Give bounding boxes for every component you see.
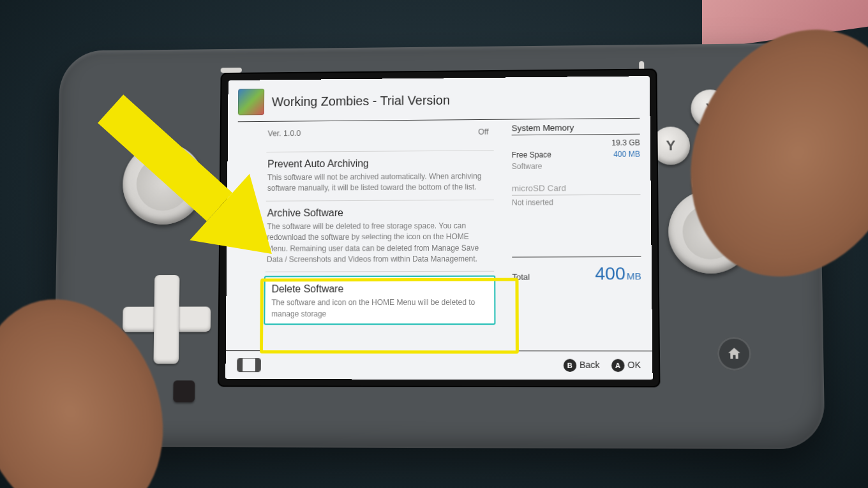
section-title: Archive Software	[267, 207, 493, 219]
system-memory-total: 19.3 GB	[512, 137, 640, 149]
capture-button[interactable]	[173, 380, 195, 402]
system-memory-heading: System Memory	[512, 122, 640, 136]
version-row[interactable]: Ver. 1.0.0 Off	[267, 122, 492, 145]
controller-glyph-icon	[237, 358, 261, 372]
main-panel: Ver. 1.0.0 Off Prevent Auto Archiving Th…	[226, 120, 505, 356]
ok-button-hint: AOK	[611, 359, 641, 372]
a-glyph-icon: A	[611, 359, 625, 372]
version-label: Ver. 1.0.0	[267, 129, 301, 138]
microsd-heading: microSD Card	[512, 183, 641, 196]
section-desc: The software and icon on the HOME Menu w…	[271, 297, 488, 320]
total-label: Total	[512, 272, 530, 282]
section-title: Delete Software	[272, 283, 488, 295]
b-glyph-icon: B	[563, 359, 576, 372]
footer-bar: BBack AOK	[225, 350, 652, 380]
home-icon	[726, 346, 742, 361]
home-button[interactable]	[717, 337, 751, 371]
archive-software-item[interactable]: Archive Software The software will be de…	[267, 207, 493, 265]
microsd-status: Not inserted	[512, 198, 641, 207]
version-status: Off	[478, 128, 488, 137]
storage-sidebar: System Memory 19.3 GB Free Space 400 MB …	[504, 119, 653, 356]
software-title: Working Zombies - Trial Version	[272, 93, 450, 109]
free-space-row: Free Space 400 MB	[512, 149, 640, 161]
total-unit: MB	[627, 270, 641, 281]
total-row: Total 400MB	[512, 256, 641, 285]
software-row: Software	[512, 160, 640, 172]
software-icon	[238, 89, 264, 115]
section-title: Prevent Auto Archiving	[267, 157, 493, 170]
total-value: 400	[595, 263, 625, 283]
left-stick[interactable]	[122, 143, 204, 225]
screen: Working Zombies - Trial Version Ver. 1.0…	[225, 76, 652, 380]
section-desc: The software will be deleted to free sto…	[267, 221, 493, 266]
delete-software-item[interactable]: Delete Software The software and icon on…	[264, 276, 495, 325]
header: Working Zombies - Trial Version	[228, 76, 650, 117]
back-button-hint: BBack	[563, 359, 599, 372]
section-desc: This software will not be archived autom…	[267, 171, 493, 195]
prevent-auto-archiving-item[interactable]: Prevent Auto Archiving This software wil…	[267, 157, 493, 194]
